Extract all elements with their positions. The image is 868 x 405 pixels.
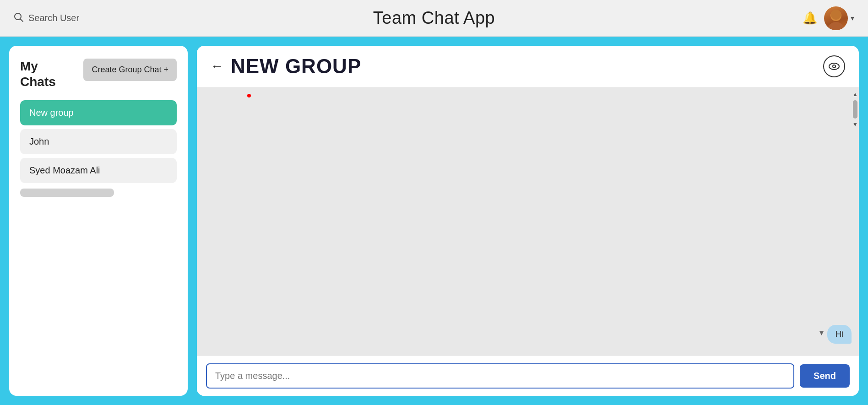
chat-item-john[interactable]: John: [20, 129, 177, 154]
header-right: 🔔 ▾: [574, 6, 854, 30]
avatar-image: [824, 6, 848, 30]
header: Search User Team Chat App 🔔 ▾: [0, 0, 868, 37]
message-dropdown-icon[interactable]: ▾: [819, 328, 824, 338]
messages-area[interactable]: ▾ Hi ▲ ▼: [197, 87, 859, 356]
header-left: Search User: [14, 12, 294, 24]
app-title: Team Chat App: [373, 8, 495, 27]
main-area: MyChats Create Group Chat + New group Jo…: [0, 37, 868, 405]
scroll-thumb[interactable]: [853, 100, 857, 119]
svg-point-7: [833, 65, 835, 67]
search-icon: [14, 12, 24, 24]
unread-dot: [247, 94, 251, 97]
chat-item-syed[interactable]: Syed Moazam Ali: [20, 158, 177, 183]
chat-item-label: New group: [29, 108, 74, 118]
chat-item-skeleton: [20, 189, 114, 197]
chat-title: NEW GROUP: [231, 55, 361, 78]
chat-item-label: Syed Moazam Ali: [29, 165, 100, 175]
chat-item-label: John: [29, 136, 49, 146]
scroll-bar: ▲ ▼: [852, 87, 859, 356]
svg-line-1: [21, 19, 23, 22]
header-center: Team Chat App: [294, 8, 574, 28]
back-button[interactable]: ←: [211, 59, 223, 74]
bell-icon[interactable]: 🔔: [803, 11, 817, 25]
chat-header: ← NEW GROUP: [197, 46, 859, 87]
svg-point-2: [828, 22, 844, 30]
message-bubble: Hi: [827, 325, 852, 344]
eye-icon[interactable]: [823, 55, 845, 77]
avatar: [824, 6, 848, 30]
send-button[interactable]: Send: [800, 364, 850, 388]
chevron-down-icon: ▾: [851, 14, 854, 22]
scroll-up-button[interactable]: ▲: [852, 89, 858, 99]
scroll-down-button[interactable]: ▼: [852, 119, 858, 130]
sidebar: MyChats Create Group Chat + New group Jo…: [9, 46, 188, 396]
chat-header-left: ← NEW GROUP: [211, 55, 361, 78]
avatar-container[interactable]: ▾: [824, 6, 854, 30]
sidebar-header: MyChats Create Group Chat +: [20, 59, 177, 89]
search-area[interactable]: Search User: [14, 12, 79, 24]
message-row: ▾ Hi: [204, 325, 852, 344]
chat-item-new-group[interactable]: New group: [20, 100, 177, 125]
create-group-button[interactable]: Create Group Chat +: [83, 59, 177, 81]
chat-list: New group John Syed Moazam Ali: [20, 100, 177, 197]
message-input[interactable]: [206, 363, 794, 389]
my-chats-label: MyChats: [20, 59, 56, 89]
input-area: Send: [197, 356, 859, 396]
svg-point-4: [831, 10, 841, 20]
chat-area: ← NEW GROUP ▾ Hi ▲: [197, 46, 859, 396]
search-label: Search User: [28, 13, 79, 23]
